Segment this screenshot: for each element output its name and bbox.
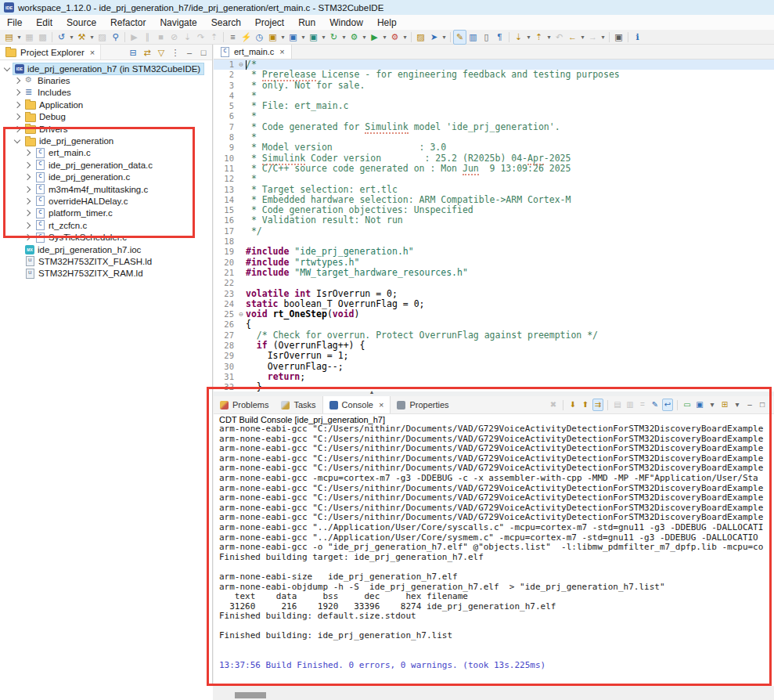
chevron-expanded-icon[interactable] [14, 137, 20, 143]
open-console-dropdown-icon[interactable]: ▾ [732, 399, 743, 410]
chevron-collapsed-icon[interactable] [14, 89, 20, 96]
menu-source[interactable]: Source [59, 15, 103, 30]
tree-item-includes[interactable]: Includes [0, 87, 212, 99]
tree-item-drivers[interactable]: Drivers [0, 123, 212, 135]
tree-item-systickscheduler-c[interactable]: SysTickScheduler.c [0, 231, 212, 243]
tab-console[interactable]: Console× [322, 396, 391, 413]
disconnect-icon[interactable]: ⊘ [167, 31, 181, 44]
scroll-lock-icon[interactable]: = [637, 399, 648, 410]
chevron-collapsed-icon[interactable] [24, 174, 31, 180]
target-status-icon[interactable]: ◷ [253, 31, 266, 44]
chevron-collapsed-icon[interactable] [24, 222, 31, 229]
program-chip-icon[interactable]: ⚡ [239, 31, 253, 44]
minimize-icon[interactable]: – [185, 48, 194, 57]
tab-problems[interactable]: Problems [214, 396, 275, 413]
chevron-collapsed-icon[interactable] [24, 150, 31, 156]
menu-file[interactable]: File [0, 15, 29, 30]
profile-dropdown-icon[interactable]: ▾ [401, 31, 409, 44]
new-c-project-icon[interactable]: ▣ [266, 31, 279, 44]
sash-restore-icon[interactable]: ▴ [370, 388, 373, 395]
link-with-editor-icon[interactable]: ⇄ [142, 48, 152, 57]
chevron-collapsed-icon[interactable] [24, 186, 31, 192]
open-element-icon[interactable]: ≡ [226, 31, 239, 44]
tree-item-ide-prj-generation[interactable]: ide_prj_generation [0, 135, 212, 146]
chevron-expanded-icon[interactable] [4, 64, 10, 70]
save-icon[interactable]: ▦ [23, 31, 36, 44]
last-edit-location-icon[interactable]: ↶ [553, 31, 566, 44]
step-over-icon[interactable]: ↷ [194, 31, 207, 44]
tree-item-rt-zcfcn-c[interactable]: rt_zcfcn.c [0, 219, 212, 231]
new-c-project-dropdown-icon[interactable]: ▾ [279, 31, 286, 44]
refresh-dropdown-icon[interactable]: ▾ [340, 31, 347, 44]
clear-console-icon[interactable]: ▭ [682, 399, 693, 410]
follow-output-icon[interactable]: ⇉ [592, 399, 603, 411]
menu-window[interactable]: Window [322, 15, 370, 30]
launch-history-dropdown-icon[interactable]: ▾ [68, 31, 75, 44]
prev-annotation-dropdown-icon[interactable]: ▾ [545, 31, 553, 44]
step-into-icon[interactable]: ⇣ [181, 31, 194, 44]
generate-code-icon[interactable]: ▣ [307, 31, 320, 44]
tab-ert-main-c[interactable]: ert_main.c × [214, 45, 292, 59]
horizontal-scrollbar[interactable] [214, 686, 774, 700]
build-dropdown-icon[interactable]: ▾ [88, 31, 95, 44]
search-flashlight-icon[interactable]: ⚲ [109, 31, 122, 44]
menu-help[interactable]: Help [370, 15, 404, 30]
device-configuration-icon[interactable]: ⚙ [347, 31, 361, 44]
tab-project-explorer[interactable]: Project Explorer × [0, 45, 101, 60]
refresh-icon[interactable]: ↻ [327, 31, 340, 44]
maximize-console-icon[interactable]: □ [757, 399, 768, 410]
tree-item-platform-timer-c[interactable]: platform_timer.c [0, 207, 212, 219]
run-dropdown-icon[interactable]: ▾ [381, 31, 388, 44]
forward-icon[interactable]: → [586, 31, 599, 44]
open-folder-icon[interactable]: ▨ [414, 31, 427, 44]
activate-on-output-icon[interactable]: ✎ [650, 399, 661, 410]
tree-item-ide-prj-generation-data-c[interactable]: ide_prj_generation_data.c [0, 159, 212, 171]
chevron-collapsed-icon[interactable] [24, 210, 31, 216]
chevron-collapsed-icon[interactable] [24, 162, 31, 168]
filter-icon[interactable]: ▽ [157, 48, 166, 57]
info-icon[interactable]: ℹ [631, 31, 644, 44]
tree-item-m3m4m4f-multitasking-c[interactable]: m3m4m4f_multitasking.c [0, 183, 212, 195]
show-whitespace-icon[interactable]: ¶ [493, 31, 506, 44]
toggle-highlight-icon[interactable]: ✎ [453, 30, 466, 45]
tree-item-binaries[interactable]: Binaries [0, 74, 212, 86]
tree-item-ide-prj-generation-c[interactable]: ide_prj_generation.c [0, 171, 212, 183]
tree-item-debug[interactable]: Debug [0, 111, 212, 123]
tree-item-application[interactable]: Application [0, 99, 212, 110]
previous-error-icon[interactable]: ⬆ [580, 399, 591, 410]
launch-history-icon[interactable]: ↺ [55, 31, 68, 44]
tab-properties[interactable]: Properties [391, 396, 455, 413]
display-console-icon[interactable]: ▣ [694, 399, 705, 410]
menu-navigate[interactable]: Navigate [153, 15, 203, 30]
new-stm32-project-dropdown-icon[interactable]: ▾ [300, 31, 307, 44]
terminate-icon[interactable]: ■ [154, 31, 167, 44]
close-icon[interactable]: × [379, 400, 383, 410]
chevron-collapsed-icon[interactable] [14, 78, 20, 84]
build-all-icon[interactable]: ▨ [95, 31, 109, 44]
next-error-icon[interactable]: ⬇ [567, 399, 578, 410]
chevron-collapsed-icon[interactable] [14, 114, 20, 120]
menu-run[interactable]: Run [291, 15, 322, 30]
generate-code-dropdown-icon[interactable]: ▾ [320, 31, 327, 44]
launch-icon[interactable]: ➤ [427, 31, 441, 44]
display-console-dropdown-icon[interactable]: ▾ [707, 399, 718, 410]
next-annotation-dropdown-icon[interactable]: ▾ [525, 31, 532, 44]
view-menu-icon[interactable]: ⋮ [171, 48, 180, 57]
back-icon[interactable]: ← [566, 31, 579, 44]
new-wizard-icon[interactable]: ▤ [2, 31, 16, 44]
menu-project[interactable]: Project [248, 15, 291, 30]
maximize-icon[interactable]: □ [199, 48, 208, 57]
menu-edit[interactable]: Edit [29, 15, 59, 30]
close-icon[interactable]: × [279, 47, 284, 56]
terminate-console-icon[interactable]: ✖ [548, 399, 559, 410]
device-configuration-dropdown-icon[interactable]: ▾ [361, 31, 368, 44]
close-icon[interactable]: × [90, 48, 95, 57]
menu-refactor[interactable]: Refactor [103, 15, 153, 30]
forward-dropdown-icon[interactable]: ▾ [599, 31, 607, 44]
prev-annotation-icon[interactable]: ⇡ [532, 31, 545, 44]
collapse-all-icon[interactable]: ⊟ [128, 48, 138, 57]
chevron-collapsed-icon[interactable] [14, 102, 20, 108]
console-output[interactable]: arm-none-eabi-gcc "C:/Users/nithinr/Docu… [214, 424, 774, 683]
save-all-icon[interactable]: ▩ [36, 31, 49, 44]
block-selection-icon[interactable]: ▯ [480, 31, 493, 44]
